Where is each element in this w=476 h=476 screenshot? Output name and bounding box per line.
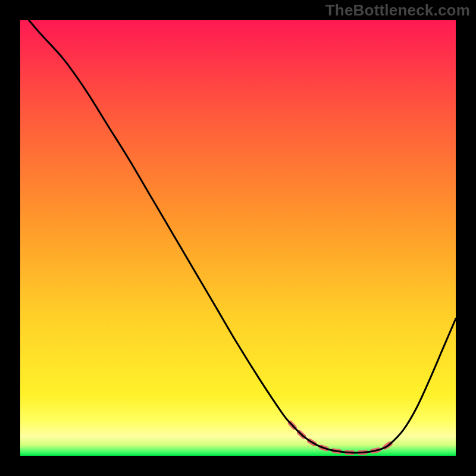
chart-container: { "watermark": "TheBottleneck.com", "cha… xyxy=(0,0,476,476)
bottleneck-chart xyxy=(0,0,476,476)
plot-background xyxy=(20,20,456,456)
watermark-text: TheBottleneck.com xyxy=(325,1,470,20)
